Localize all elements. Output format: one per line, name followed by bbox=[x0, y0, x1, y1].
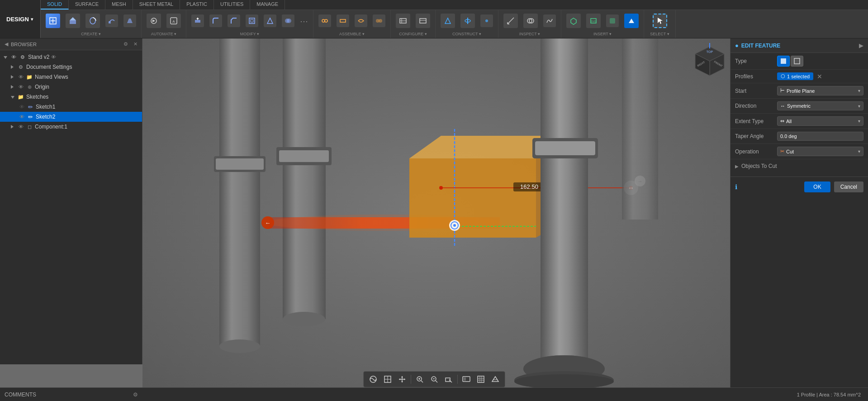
tree-item-sketch2[interactable]: 👁 ✏ Sketch2 bbox=[0, 112, 142, 122]
tree-item-origin[interactable]: 👁 ⊕ Origin bbox=[0, 82, 142, 92]
construct-btn3[interactable] bbox=[478, 13, 495, 29]
canvas-btn[interactable] bbox=[622, 12, 641, 30]
automate-btn1[interactable] bbox=[144, 12, 163, 30]
nav-cube[interactable]: TOP FRONT RIGHT bbox=[692, 43, 728, 79]
tree-item-component1[interactable]: 👁 ◻ Component:1 bbox=[0, 122, 142, 132]
browser-close-btn[interactable]: ✕ bbox=[133, 41, 138, 47]
browser-settings-btn[interactable]: ⚙ bbox=[123, 41, 128, 47]
sketch1-eye-icon[interactable]: 👁 bbox=[18, 103, 25, 110]
construct-label[interactable]: CONSTRUCT ▾ bbox=[452, 32, 481, 36]
display-settings-btn[interactable] bbox=[460, 373, 472, 385]
named-views-eye-icon[interactable]: 👁 bbox=[17, 73, 24, 81]
profiles-value: 1 selected bbox=[787, 74, 810, 79]
operation-select[interactable]: ✂ Cut ▾ bbox=[777, 147, 863, 156]
svg-point-50 bbox=[283, 312, 325, 326]
comments-settings-btn[interactable]: ⚙ bbox=[133, 391, 138, 398]
shell-btn[interactable] bbox=[243, 13, 261, 29]
inspect-label[interactable]: INSPECT ▾ bbox=[519, 32, 540, 36]
comments-bar[interactable]: COMMENTS ⚙ bbox=[0, 387, 142, 401]
start-icon: ⊢ bbox=[780, 88, 785, 94]
direction-select[interactable]: ↔ Symmetric ▾ bbox=[777, 101, 863, 110]
design-button[interactable]: DESIGN ▾ bbox=[0, 0, 41, 38]
edit-panel-expand-btn[interactable]: ▶ bbox=[859, 42, 863, 49]
tab-mesh[interactable]: MESH bbox=[105, 0, 133, 10]
modify-label[interactable]: MODIFY ▾ bbox=[240, 32, 259, 36]
select-btn[interactable] bbox=[650, 12, 669, 30]
tab-plastic[interactable]: PLASTIC bbox=[180, 0, 214, 10]
new-component-btn[interactable] bbox=[43, 12, 62, 30]
look-at-btn[interactable] bbox=[382, 373, 394, 385]
sketch2-eye-icon[interactable]: 👁 bbox=[18, 113, 25, 120]
construct-btn1[interactable] bbox=[438, 12, 457, 30]
tab-utilities[interactable]: UTILITIES bbox=[214, 0, 250, 10]
comments-label: COMMENTS bbox=[5, 391, 36, 398]
assemble-label[interactable]: ASSEMBLE ▾ bbox=[339, 32, 365, 36]
zoom-out-btn[interactable] bbox=[428, 373, 440, 385]
tab-surface[interactable]: SURFACE bbox=[69, 0, 105, 10]
zoom-window-btn[interactable] bbox=[443, 373, 455, 385]
grid-btn[interactable] bbox=[475, 373, 487, 385]
origin-eye-icon[interactable]: 👁 bbox=[17, 83, 24, 91]
chamfer-btn[interactable] bbox=[225, 13, 242, 29]
loft-btn[interactable] bbox=[121, 13, 138, 29]
tree-item-doc-settings[interactable]: ⚙ Document Settings bbox=[0, 62, 142, 72]
tree-item-named-views[interactable]: 👁 📁 Named Views bbox=[0, 72, 142, 82]
scale-btn[interactable] bbox=[261, 13, 279, 29]
tab-solid[interactable]: SOLID bbox=[41, 0, 69, 10]
browser-collapse-btn[interactable]: ◀ bbox=[5, 41, 8, 47]
tab-sheetmetal[interactable]: SHEET METAL bbox=[133, 0, 180, 10]
sweep-btn[interactable] bbox=[103, 13, 120, 29]
tree-item-sketch1[interactable]: 👁 ✏ Sketch1 bbox=[0, 102, 142, 112]
configure-label[interactable]: CONFIGURE ▾ bbox=[399, 32, 427, 36]
perspective-btn[interactable] bbox=[489, 373, 501, 385]
curvature-btn[interactable] bbox=[541, 13, 558, 29]
combine-btn[interactable] bbox=[280, 13, 297, 29]
tree-item-stand[interactable]: 👁 ⚙ Stand v2 👁 bbox=[0, 52, 142, 62]
zoom-in-btn[interactable] bbox=[414, 373, 426, 385]
configure-btn1[interactable] bbox=[394, 12, 413, 30]
automate-label[interactable]: AUTOMATE ▾ bbox=[151, 32, 177, 36]
edit-panel-title: EDIT FEATURE bbox=[741, 43, 780, 49]
direction-control: ↔ Symmetric ▾ bbox=[777, 101, 863, 110]
type-btn-solid[interactable] bbox=[777, 56, 790, 67]
motion-btn[interactable] bbox=[352, 13, 370, 29]
tab-manage[interactable]: MANAGE bbox=[250, 0, 285, 10]
joint-btn[interactable] bbox=[316, 13, 333, 29]
fillet-btn[interactable] bbox=[207, 13, 224, 29]
press-pull-btn[interactable] bbox=[189, 13, 206, 29]
stand-visibility-icon[interactable]: 👁 bbox=[10, 53, 17, 61]
objects-to-cut-section[interactable]: ▶ Objects To Cut bbox=[730, 159, 868, 173]
cancel-button[interactable]: Cancel bbox=[834, 181, 863, 192]
viewport[interactable]: 162.50 ↔ ← → bbox=[142, 38, 730, 387]
taper-angle-value: 0.0 deg bbox=[780, 134, 797, 139]
start-select[interactable]: ⊢ Profile Plane ▾ bbox=[777, 86, 863, 95]
insert-mesh-btn[interactable] bbox=[564, 12, 583, 30]
insert-svg-btn[interactable]: SVG bbox=[584, 12, 603, 30]
measure-btn[interactable] bbox=[501, 12, 520, 30]
type-btn-surface[interactable] bbox=[791, 56, 803, 67]
construct-btn2[interactable] bbox=[458, 12, 477, 30]
decal-btn[interactable] bbox=[604, 13, 621, 29]
component1-eye-icon[interactable]: 👁 bbox=[17, 123, 24, 130]
revolve-btn[interactable] bbox=[83, 12, 102, 30]
contact-btn[interactable] bbox=[370, 13, 388, 29]
extrude-btn[interactable] bbox=[63, 12, 82, 30]
ok-button[interactable]: OK bbox=[804, 181, 830, 192]
profiles-clear-btn[interactable]: ✕ bbox=[817, 73, 822, 80]
extent-type-select[interactable]: ⇔ All ▾ bbox=[777, 116, 863, 126]
taper-angle-input[interactable]: 0.0 deg bbox=[777, 132, 863, 141]
automate-btn2[interactable]: A bbox=[164, 12, 183, 30]
visibility-toggle[interactable]: 👁 bbox=[51, 54, 56, 60]
info-icon[interactable]: ℹ bbox=[735, 183, 737, 191]
create-label[interactable]: CREATE ▾ bbox=[81, 32, 100, 36]
profiles-selected-badge[interactable]: ⬡ 1 selected bbox=[777, 72, 813, 80]
interference-btn[interactable] bbox=[521, 12, 540, 30]
more-modify-btn[interactable]: ⋯ bbox=[298, 15, 310, 28]
configure-btn2[interactable] bbox=[413, 12, 432, 30]
select-label[interactable]: SELECT ▾ bbox=[650, 32, 669, 36]
tree-item-sketches[interactable]: 📁 Sketches bbox=[0, 92, 142, 102]
orbit-btn[interactable] bbox=[367, 373, 379, 385]
pan-btn[interactable] bbox=[396, 373, 408, 385]
insert-label[interactable]: INSERT ▾ bbox=[593, 32, 612, 36]
rigid-btn[interactable] bbox=[334, 13, 351, 29]
